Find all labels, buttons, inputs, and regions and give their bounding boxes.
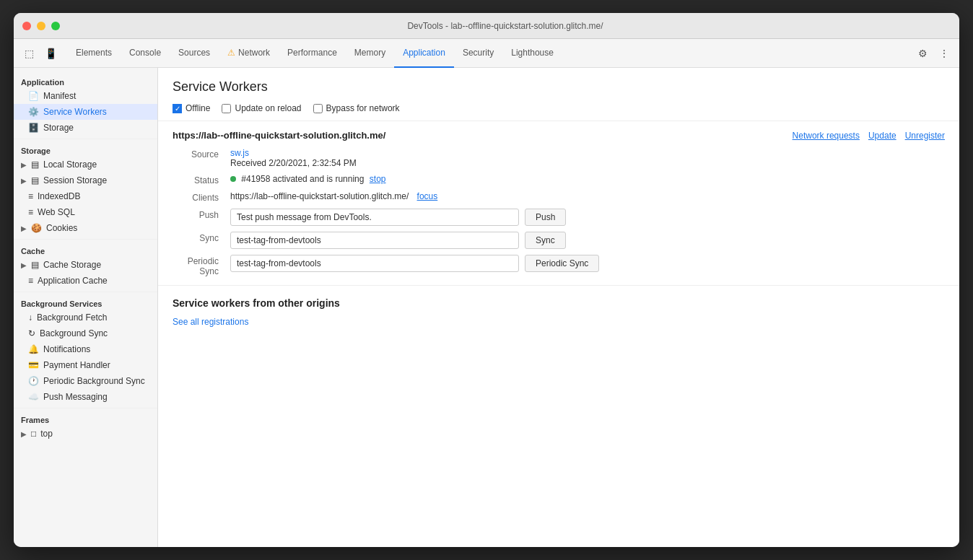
see-all-registrations-link[interactable]: See all registrations xyxy=(173,317,248,327)
sync-button[interactable]: Sync xyxy=(525,232,566,249)
clients-value: https://lab--offline-quickstart-solution… xyxy=(230,191,945,203)
sidebar-item-background-fetch[interactable]: ↓ Background Fetch xyxy=(14,310,157,325)
close-button[interactable] xyxy=(22,22,31,30)
main-content: Application 📄 Manifest ⚙️ Service Worker… xyxy=(14,68,959,547)
tab-console[interactable]: Console xyxy=(121,39,170,68)
sidebar-item-notifications[interactable]: 🔔 Notifications xyxy=(14,341,157,357)
maximize-button[interactable] xyxy=(51,22,60,30)
window-title: DevTools - lab--offline-quickstart-solut… xyxy=(60,21,951,31)
sidebar-item-payment-handler[interactable]: 💳 Payment Handler xyxy=(14,357,157,373)
sync-input[interactable] xyxy=(230,232,519,249)
titlebar: DevTools - lab--offline-quickstart-solut… xyxy=(14,13,959,39)
tab-sources[interactable]: Sources xyxy=(170,39,219,68)
sidebar-item-web-sql[interactable]: ≡ Web SQL xyxy=(14,204,157,220)
tab-memory[interactable]: Memory xyxy=(346,39,394,68)
tab-elements[interactable]: Elements xyxy=(67,39,121,68)
warning-icon: ⚠ xyxy=(227,48,235,58)
tab-lighthouse[interactable]: Lighthouse xyxy=(502,39,562,68)
network-requests-link[interactable]: Network requests xyxy=(793,131,860,141)
expand-arrow-icon: ▶ xyxy=(21,161,27,169)
sidebar-item-push-messaging[interactable]: ☁️ Push Messaging xyxy=(14,389,157,405)
push-messaging-icon: ☁️ xyxy=(28,392,39,402)
other-origins-title: Service workers from other origins xyxy=(173,297,945,309)
sidebar-section-frames: Frames xyxy=(14,411,157,426)
sidebar-item-application-cache[interactable]: ≡ Application Cache xyxy=(14,273,157,289)
sync-label: Sync xyxy=(173,232,230,249)
push-button[interactable]: Push xyxy=(525,209,566,226)
periodic-bg-sync-icon: 🕐 xyxy=(28,376,39,386)
sw-entry: https://lab--offline-quickstart-solution… xyxy=(158,121,959,286)
sw-actions: Network requests Update Unregister xyxy=(793,131,945,141)
periodic-sync-input[interactable] xyxy=(230,255,519,272)
tab-performance[interactable]: Performance xyxy=(279,39,346,68)
settings-icon[interactable]: ⚙ xyxy=(913,44,932,63)
periodic-sync-button[interactable]: Periodic Sync xyxy=(525,255,599,272)
clients-url: https://lab--offline-quickstart-solution… xyxy=(230,191,409,201)
toolbar-icons: ⬚ 📱 xyxy=(19,44,60,63)
checkbox-row: ✓ Offline Update on reload Bypass for ne… xyxy=(173,103,945,113)
clients-label: Clients xyxy=(173,191,230,203)
page-title: Service Workers xyxy=(173,79,945,95)
sidebar-item-session-storage[interactable]: ▶ ▤ Session Storage xyxy=(14,172,157,188)
other-origins-section: Service workers from other origins See a… xyxy=(158,286,959,339)
sidebar-item-storage[interactable]: 🗄️ Storage xyxy=(14,120,157,136)
bypass-for-network-label[interactable]: Bypass for network xyxy=(313,103,400,113)
update-link[interactable]: Update xyxy=(868,131,896,141)
application-cache-icon: ≡ xyxy=(28,276,33,286)
content-area: Service Workers ✓ Offline Update on relo… xyxy=(158,68,959,547)
sw-url: https://lab--offline-quickstart-solution… xyxy=(173,130,385,141)
minimize-button[interactable] xyxy=(37,22,45,30)
offline-checkbox-label[interactable]: ✓ Offline xyxy=(173,103,210,113)
update-on-reload-checkbox[interactable] xyxy=(222,104,231,113)
devtools-toolbar: ⬚ 📱 Elements Console Sources ⚠Network Pe… xyxy=(14,39,959,68)
expand-arrow-icon: ▶ xyxy=(21,430,27,438)
sidebar-item-top-frame[interactable]: ▶ □ top xyxy=(14,426,157,442)
tab-nav: Elements Console Sources ⚠Network Perfor… xyxy=(67,39,912,68)
source-file-link[interactable]: sw.js xyxy=(230,148,249,158)
push-input[interactable] xyxy=(230,209,519,226)
sidebar-item-indexeddb[interactable]: ≡ IndexedDB xyxy=(14,188,157,204)
sw-details: Source sw.js Received 2/20/2021, 2:32:54… xyxy=(173,148,945,276)
expand-arrow-icon: ▶ xyxy=(21,224,27,232)
sidebar-item-manifest[interactable]: 📄 Manifest xyxy=(14,88,157,104)
sidebar-section-background-services: Background Services xyxy=(14,295,157,310)
storage-icon: 🗄️ xyxy=(28,123,39,133)
mobile-icon[interactable]: 📱 xyxy=(41,44,60,63)
sidebar-item-periodic-background-sync[interactable]: 🕐 Periodic Background Sync xyxy=(14,373,157,389)
update-on-reload-label[interactable]: Update on reload xyxy=(222,103,301,113)
offline-checkbox[interactable]: ✓ xyxy=(173,104,182,113)
sidebar-item-service-workers[interactable]: ⚙️ Service Workers xyxy=(14,104,157,120)
payment-handler-icon: 💳 xyxy=(28,360,39,370)
sidebar-section-cache: Cache xyxy=(14,242,157,257)
session-storage-icon: ▤ xyxy=(31,175,39,185)
sidebar-item-cache-storage[interactable]: ▶ ▤ Cache Storage xyxy=(14,257,157,273)
sidebar-section-storage: Storage xyxy=(14,142,157,157)
toolbar-right: ⚙ ⋮ xyxy=(913,44,954,63)
sidebar-item-cookies[interactable]: ▶ 🍪 Cookies xyxy=(14,220,157,236)
cursor-icon[interactable]: ⬚ xyxy=(19,44,38,63)
devtools-window: DevTools - lab--offline-quickstart-solut… xyxy=(14,13,959,547)
service-workers-icon: ⚙️ xyxy=(28,107,39,117)
stop-link[interactable]: stop xyxy=(370,174,386,184)
sidebar-item-local-storage[interactable]: ▶ ▤ Local Storage xyxy=(14,157,157,172)
tab-network[interactable]: ⚠Network xyxy=(219,39,279,68)
bypass-for-network-checkbox[interactable] xyxy=(313,104,323,113)
sidebar-item-background-sync[interactable]: ↻ Background Sync xyxy=(14,325,157,341)
content-header: Service Workers ✓ Offline Update on relo… xyxy=(158,68,959,121)
sync-row: Sync xyxy=(230,232,945,249)
status-text: #41958 activated and is running xyxy=(241,174,364,184)
cache-storage-icon: ▤ xyxy=(31,260,39,270)
focus-link[interactable]: focus xyxy=(417,191,438,201)
tab-security[interactable]: Security xyxy=(454,39,502,68)
status-label: Status xyxy=(173,174,230,185)
source-value: sw.js Received 2/20/2021, 2:32:54 PM xyxy=(230,148,945,168)
cookies-icon: 🍪 xyxy=(31,223,42,233)
web-sql-icon: ≡ xyxy=(28,207,33,217)
push-row: Push xyxy=(230,209,945,226)
tab-application[interactable]: Application xyxy=(394,39,454,68)
periodic-sync-label: Periodic Sync xyxy=(173,255,230,276)
expand-arrow-icon: ▶ xyxy=(21,261,27,269)
unregister-link[interactable]: Unregister xyxy=(905,131,945,141)
periodic-sync-row: Periodic Sync xyxy=(230,255,945,276)
more-options-icon[interactable]: ⋮ xyxy=(935,44,954,63)
